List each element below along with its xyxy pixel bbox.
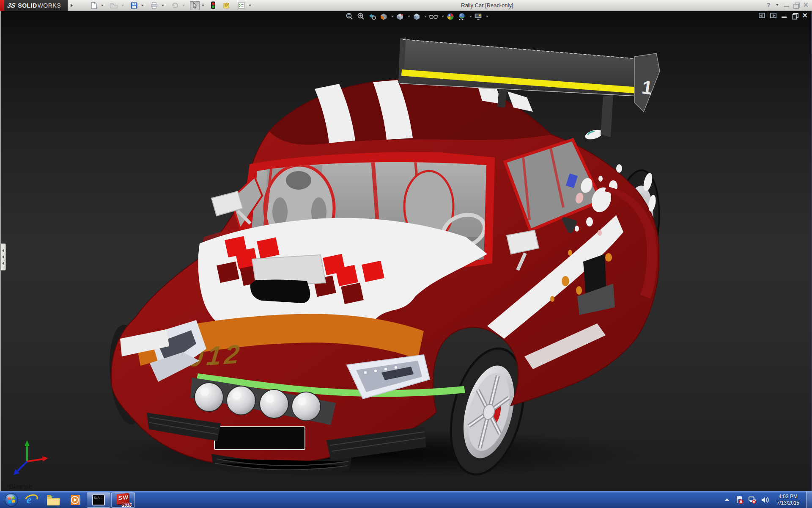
internet-explorer-icon: e [25, 493, 38, 507]
rebuild-button[interactable] [209, 1, 217, 10]
save-floppy-icon [130, 2, 138, 9]
collapse-arrow-icon [2, 262, 4, 265]
zoom-to-area-button[interactable] [356, 12, 366, 21]
standard-toolbar [89, 1, 252, 10]
view-settings-button[interactable] [473, 12, 483, 21]
app-window-controls: ? ✕ [766, 1, 809, 8]
brand-text-bold: SOLID [18, 2, 37, 9]
file-properties-icon [222, 2, 230, 9]
options-checklist-icon [237, 2, 245, 9]
orientation-triad [8, 439, 50, 478]
system-tray: 4:03 PM 7/13/2015 [723, 491, 812, 508]
open-button[interactable] [109, 1, 119, 10]
open-folder-icon [110, 2, 118, 9]
section-view-icon [379, 12, 388, 21]
edit-appearance-button[interactable] [445, 12, 455, 21]
clock-date: 7/13/2015 [777, 500, 799, 506]
taskbar-file-explorer[interactable] [42, 492, 64, 508]
hide-show-glasses-icon [428, 12, 439, 21]
taskbar-clock[interactable]: 4:03 PM 7/13/2015 [777, 494, 799, 506]
print-dropdown[interactable] [162, 5, 164, 6]
undo-button[interactable] [169, 1, 180, 10]
section-view-button[interactable] [379, 12, 389, 21]
document-window-controls: ✕ [759, 13, 808, 18]
view-settings-dropdown[interactable] [486, 16, 488, 17]
select-dropdown[interactable] [202, 5, 204, 6]
show-hidden-icons-button[interactable] [723, 495, 731, 505]
save-dropdown[interactable] [141, 5, 144, 6]
taskbar-internet-explorer[interactable]: e [20, 492, 42, 508]
headsup-view-toolbar [344, 12, 488, 21]
document-minimize-button[interactable] [782, 14, 787, 18]
display-style-button[interactable] [411, 12, 422, 21]
hide-show-items-dropdown[interactable] [442, 16, 444, 17]
section-view-dropdown[interactable] [391, 16, 394, 17]
start-button[interactable] [3, 492, 20, 508]
file-properties-button[interactable] [221, 1, 232, 10]
document-close-button[interactable]: ✕ [802, 13, 808, 18]
expand-arrow-icon [71, 4, 73, 7]
collapse-pane-right-button[interactable] [770, 13, 776, 18]
view-orientation-label: *Dimetric [7, 483, 32, 490]
show-desktop-button[interactable] [806, 491, 812, 508]
menu-expand-button[interactable] [69, 1, 74, 10]
new-button[interactable] [89, 1, 99, 10]
options-dropdown[interactable] [249, 5, 251, 6]
collapse-arrow-icon [2, 249, 4, 252]
apply-scene-icon [457, 12, 466, 21]
restore-button[interactable] [793, 3, 799, 8]
options-button[interactable] [236, 1, 247, 10]
network-icon [748, 495, 757, 505]
hood-scoop-intake [250, 279, 310, 303]
solidworks-window: 3S SOLID WORKS [0, 0, 812, 508]
previous-view-icon [368, 12, 377, 21]
title-bar: 3S SOLID WORKS [0, 0, 812, 11]
windows-logo-icon [4, 493, 19, 507]
volume-button[interactable] [761, 495, 769, 505]
save-button[interactable] [129, 1, 139, 10]
network-status-button[interactable] [748, 495, 757, 505]
undo-dropdown[interactable] [182, 5, 185, 6]
display-style-dropdown[interactable] [424, 16, 427, 17]
select-button[interactable] [190, 1, 200, 10]
command-prompt-text: C:\_ [94, 496, 102, 500]
display-style-icon [412, 12, 421, 21]
speaker-icon [761, 496, 769, 504]
taskbar-command-prompt[interactable]: C:\_ [87, 492, 110, 508]
print-button[interactable] [149, 1, 159, 10]
action-center-flag-icon [735, 495, 744, 505]
previous-view-button[interactable] [367, 12, 377, 21]
help-dropdown[interactable] [776, 4, 779, 6]
taskbar-media-player[interactable] [64, 492, 86, 508]
rally-car-model[interactable]: 2012 [1, 11, 812, 491]
edit-appearance-ball-icon [446, 12, 455, 21]
help-button[interactable]: ? [766, 1, 770, 8]
windows-taskbar: e C:\_ [0, 491, 812, 508]
document-title: Rally Car [Read-only] [461, 2, 513, 8]
apply-scene-button[interactable] [457, 12, 467, 21]
new-document-icon [90, 2, 98, 9]
undo-arrow-icon [170, 2, 179, 9]
view-orientation-button[interactable] [395, 12, 405, 21]
minimize-button[interactable] [784, 3, 789, 7]
zoom-to-fit-button[interactable] [344, 12, 354, 21]
taskbar-solidworks[interactable]: SW 2015 [111, 492, 135, 508]
command-prompt-icon: C:\_ [92, 494, 105, 505]
new-dropdown[interactable] [101, 5, 104, 6]
ds-logo-icon: 3S [7, 2, 16, 9]
close-button[interactable]: ✕ [803, 3, 809, 8]
solidworks-logo: 3S SOLID WORKS [4, 0, 68, 11]
pane-left-arrow-icon [760, 14, 763, 17]
action-center-button[interactable] [735, 495, 744, 505]
solidworks-letters: SW [118, 494, 129, 501]
graphics-viewport[interactable]: ✕ [0, 11, 812, 491]
hide-show-items-button[interactable] [428, 12, 439, 21]
apply-scene-dropdown[interactable] [469, 16, 472, 17]
view-orientation-dropdown[interactable] [408, 16, 410, 17]
document-restore-button[interactable] [792, 13, 797, 18]
open-dropdown[interactable] [121, 5, 124, 6]
solidworks-year: 2015 [122, 502, 131, 507]
featuremanager-collapsed-tab[interactable] [1, 243, 6, 271]
view-orientation-icon [395, 12, 405, 21]
collapse-pane-left-button[interactable] [759, 13, 765, 18]
